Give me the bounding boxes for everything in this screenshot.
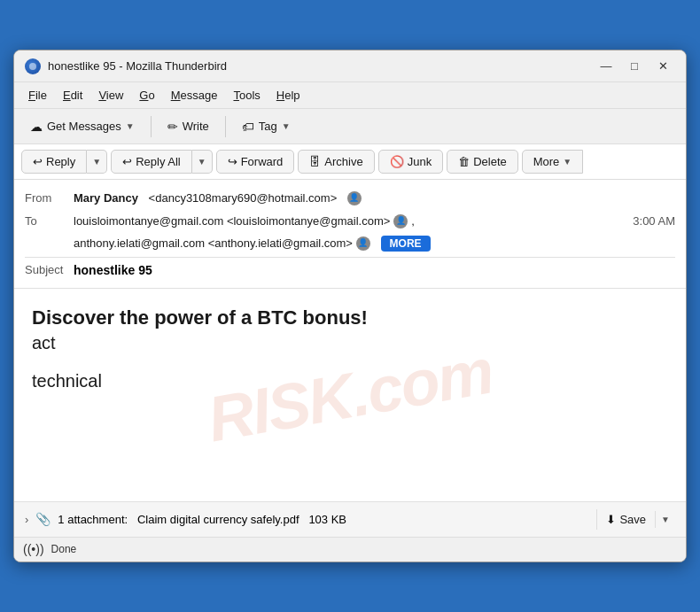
close-button[interactable]: ✕ [650, 57, 675, 76]
menu-view[interactable]: View [91, 86, 130, 105]
archive-icon: 🗄 [309, 155, 321, 168]
email-body-content: Discover the power of a BTC bonus! act t… [32, 306, 668, 391]
delete-label: Delete [473, 155, 507, 168]
status-bar: ((•)) Done [14, 537, 686, 562]
get-messages-icon: ☁ [30, 120, 43, 134]
email-header: From Mary Dancy <dancy3108mary690@hotmai… [14, 180, 686, 289]
more-dropdown-icon: ▼ [563, 157, 572, 167]
from-contact-icon[interactable]: 👤 [347, 191, 362, 205]
get-messages-dropdown-icon: ▼ [126, 121, 135, 131]
email-body-line2: technical [32, 371, 668, 391]
to-value-2: anthony.ielati@gmail.com <anthony.ielati… [74, 235, 675, 252]
save-group: ⬇ Save ▼ [596, 509, 675, 530]
action-toolbar: ↩ Reply ▼ ↩ Reply All ▼ ↪ Forward 🗄 Arch… [14, 144, 686, 180]
forward-icon: ↪ [228, 155, 237, 168]
to-label: To [25, 213, 74, 230]
from-row: From Mary Dancy <dancy3108mary690@hotmai… [25, 187, 675, 210]
save-download-icon: ⬇ [606, 513, 616, 526]
to-value: louisloimontanye@gmail.com <louisloimont… [74, 213, 675, 230]
window-title: honestlike 95 - Mozilla Thunderbird [48, 59, 594, 73]
menu-tools[interactable]: Tools [226, 86, 267, 105]
menu-go[interactable]: Go [132, 86, 161, 105]
email-body-line1: act [32, 333, 668, 353]
toolbar-separator-2 [225, 116, 226, 137]
write-icon: ✏ [167, 120, 178, 134]
paperclip-icon: 📎 [35, 512, 51, 526]
archive-button[interactable]: 🗄 Archive [298, 150, 374, 174]
from-name: Mary Dancy [74, 190, 138, 207]
subject-label: Subject [25, 263, 74, 276]
save-button[interactable]: ⬇ Save [596, 509, 655, 530]
subject-value: honestlike 95 [74, 263, 152, 277]
delete-icon: 🗑 [458, 155, 470, 168]
title-bar: honestlike 95 - Mozilla Thunderbird — □ … [14, 50, 686, 82]
to-contact-icon-1[interactable]: 👤 [393, 214, 408, 229]
status-text: Done [51, 543, 77, 555]
save-label: Save [619, 513, 646, 526]
reply-button[interactable]: ↩ Reply [21, 150, 87, 174]
reply-group: ↩ Reply ▼ [21, 150, 107, 174]
menu-file[interactable]: File [21, 86, 54, 105]
attachment-count: 1 attachment: [58, 513, 128, 526]
reply-dropdown-button[interactable]: ▼ [87, 150, 107, 174]
email-heading: Discover the power of a BTC bonus! [32, 306, 668, 329]
email-body: RISK.com Discover the power of a BTC bon… [14, 289, 686, 501]
attachment-bar: › 📎 1 attachment: Claim digital currency… [14, 501, 686, 537]
to-address2: anthony.ielati@gmail.com <anthony.ielati… [74, 235, 353, 252]
reply-label: Reply [46, 155, 75, 168]
attachment-size: 103 KB [308, 513, 346, 526]
reply-all-label: Reply All [136, 155, 181, 168]
from-value: Mary Dancy <dancy3108mary690@hotmail.com… [74, 190, 675, 207]
forward-button[interactable]: ↪ Forward [216, 150, 295, 174]
more-group: More ▼ [522, 150, 584, 174]
to-contact-icon-2[interactable]: 👤 [356, 236, 370, 251]
reply-all-button[interactable]: ↩ Reply All [111, 150, 192, 174]
tag-icon: 🏷 [242, 120, 254, 134]
tag-dropdown-icon: ▼ [282, 121, 291, 131]
tag-label: Tag [259, 120, 277, 133]
app-icon [25, 58, 41, 74]
maximize-button[interactable]: □ [622, 57, 647, 76]
archive-label: Archive [324, 155, 362, 168]
save-dropdown-button[interactable]: ▼ [655, 511, 675, 528]
reply-all-icon: ↩ [122, 155, 132, 168]
write-button[interactable]: ✏ Write [159, 116, 218, 137]
forward-label: Forward [241, 155, 284, 168]
junk-button[interactable]: 🚫 Junk [378, 150, 443, 174]
junk-icon: 🚫 [390, 155, 404, 168]
more-button[interactable]: More ▼ [522, 150, 584, 174]
delete-button[interactable]: 🗑 Delete [447, 150, 518, 174]
to-more-button[interactable]: MORE [381, 236, 431, 252]
menu-edit[interactable]: Edit [56, 86, 89, 105]
menu-help[interactable]: Help [269, 86, 307, 105]
attachment-expand-button[interactable]: › [25, 513, 28, 526]
status-icon: ((•)) [23, 542, 44, 556]
from-email: <dancy3108mary690@hotmail.com> [149, 190, 338, 207]
more-label: More [533, 155, 560, 168]
minimize-button[interactable]: — [594, 57, 618, 76]
get-messages-button[interactable]: ☁ Get Messages ▼ [21, 116, 144, 137]
menu-bar: File Edit View Go Message Tools Help [14, 82, 686, 109]
subject-row: Subject honestlike 95 [25, 260, 675, 281]
thunderbird-window: honestlike 95 - Mozilla Thunderbird — □ … [13, 50, 687, 562]
junk-label: Junk [408, 155, 432, 168]
write-label: Write [183, 120, 209, 133]
email-time: 3:00 AM [633, 213, 675, 230]
to-row-2: anthony.ielati@gmail.com <anthony.ielati… [25, 232, 675, 255]
attachment-filename: Claim digital currency safely.pdf [137, 513, 299, 526]
reply-all-group: ↩ Reply All ▼ [111, 150, 212, 174]
get-messages-label: Get Messages [47, 120, 121, 133]
header-divider [25, 257, 675, 258]
from-label: From [25, 190, 74, 207]
attachment-info: 1 attachment: Claim digital currency saf… [58, 513, 589, 526]
to-address1: louisloimontanye@gmail.com <louisloimont… [74, 213, 390, 230]
main-toolbar: ☁ Get Messages ▼ ✏ Write 🏷 Tag ▼ [14, 109, 686, 144]
reply-icon: ↩ [33, 155, 43, 168]
to-row: To louisloimontanye@gmail.com <louisloim… [25, 210, 675, 233]
window-controls: — □ ✕ [594, 57, 675, 76]
tag-button[interactable]: 🏷 Tag ▼ [233, 116, 299, 137]
reply-all-dropdown-button[interactable]: ▼ [192, 150, 213, 174]
menu-message[interactable]: Message [164, 86, 225, 105]
toolbar-separator-1 [151, 116, 152, 137]
